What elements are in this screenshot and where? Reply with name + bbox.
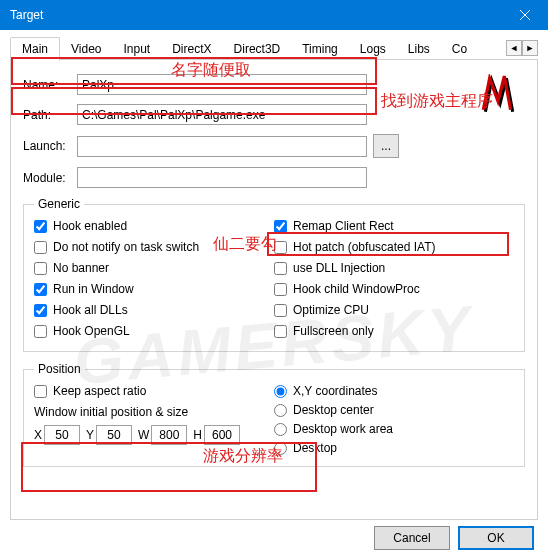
chk-label-right-2: use DLL Injection [293,261,385,275]
chk-label-left-4: Hook all DLLs [53,303,128,317]
chk-label-right-3: Hook child WindowProc [293,282,420,296]
chk-left-2[interactable] [34,262,47,275]
radio-label-1: Desktop center [293,403,374,417]
chk-right-2[interactable] [274,262,287,275]
chk-label-right-4: Optimize CPU [293,303,369,317]
keep-aspect-label: Keep aspect ratio [53,384,146,398]
wips-label: Window initial position & size [34,405,274,419]
tab-logs[interactable]: Logs [349,38,397,60]
chk-label-right-0: Remap Client Rect [293,219,394,233]
radio-label-0: X,Y coordinates [293,384,378,398]
h-input[interactable] [204,425,240,445]
path-label: Path: [23,108,77,122]
w-input[interactable] [151,425,187,445]
chk-label-left-2: No banner [53,261,109,275]
tab-input[interactable]: Input [113,38,162,60]
y-input[interactable] [96,425,132,445]
chk-left-3[interactable] [34,283,47,296]
close-icon [520,10,530,20]
tab-libs[interactable]: Libs [397,38,441,60]
position-group: Position Keep aspect ratio Window initia… [23,362,525,467]
app-logo [477,74,519,116]
chk-right-4[interactable] [274,304,287,317]
keep-aspect-checkbox[interactable] [34,385,47,398]
radio-label-2: Desktop work area [293,422,393,436]
tab-scroll-right[interactable]: ► [522,40,538,56]
chk-left-1[interactable] [34,241,47,254]
tab-bar: Main Video Input DirectX Direct3D Timing… [10,36,538,60]
chk-left-4[interactable] [34,304,47,317]
launch-input[interactable] [77,136,367,157]
tab-direct3d[interactable]: Direct3D [223,38,292,60]
tab-timing[interactable]: Timing [291,38,349,60]
module-input[interactable] [77,167,367,188]
path-input[interactable] [77,104,367,125]
chk-right-1[interactable] [274,241,287,254]
chk-label-left-5: Hook OpenGL [53,324,130,338]
ok-button[interactable]: OK [458,526,534,550]
radio-label-3: Desktop [293,441,337,455]
chk-left-5[interactable] [34,325,47,338]
radio-3[interactable] [274,442,287,455]
tab-co[interactable]: Co [441,38,478,60]
radio-0[interactable] [274,385,287,398]
chk-right-3[interactable] [274,283,287,296]
tab-main[interactable]: Main [10,37,60,61]
browse-button[interactable]: ... [373,134,399,158]
name-label: Name: [23,78,77,92]
chk-label-left-0: Hook enabled [53,219,127,233]
w-label: W [138,428,149,442]
module-label: Module: [23,171,77,185]
chk-label-left-3: Run in Window [53,282,134,296]
tab-scroll-left[interactable]: ◄ [506,40,522,56]
x-label: X [34,428,42,442]
chk-label-left-1: Do not notify on task switch [53,240,199,254]
y-label: Y [86,428,94,442]
generic-legend: Generic [34,197,84,211]
close-button[interactable] [502,0,548,30]
chk-right-0[interactable] [274,220,287,233]
tab-video[interactable]: Video [60,38,112,60]
chk-right-5[interactable] [274,325,287,338]
window-title: Target [10,8,502,22]
chk-label-right-1: Hot patch (obfuscated IAT) [293,240,436,254]
h-label: H [193,428,202,442]
radio-1[interactable] [274,404,287,417]
position-legend: Position [34,362,85,376]
radio-2[interactable] [274,423,287,436]
generic-group: Generic Hook enabledDo not notify on tas… [23,197,525,352]
cancel-button[interactable]: Cancel [374,526,450,550]
chk-label-right-5: Fullscreen only [293,324,374,338]
launch-label: Launch: [23,139,77,153]
chk-left-0[interactable] [34,220,47,233]
name-input[interactable] [77,74,367,95]
tab-directx[interactable]: DirectX [161,38,222,60]
x-input[interactable] [44,425,80,445]
